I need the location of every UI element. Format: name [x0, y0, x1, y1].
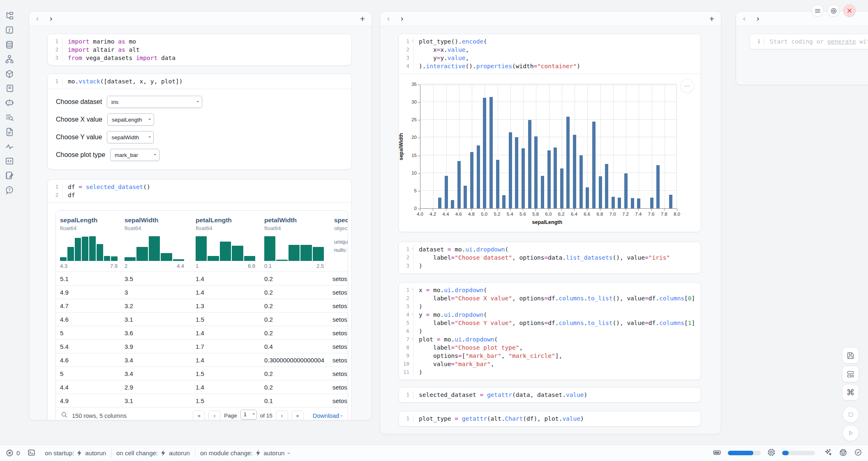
- last-page-button[interactable]: »: [291, 410, 304, 421]
- dropdown-select[interactable]: iris: [107, 96, 202, 108]
- search-button[interactable]: [61, 411, 68, 420]
- code-line: 1selected_dataset = getattr(data, datase…: [399, 391, 701, 399]
- gridline: [639, 85, 639, 208]
- table-row[interactable]: 4.63.41.40.3000000000000004setos: [56, 353, 348, 366]
- scratchpad-placeholder[interactable]: Start coding or generate with: [764, 37, 868, 46]
- table-row[interactable]: 4.63.11.50.2setos: [56, 312, 348, 326]
- line-number: 2: [48, 46, 62, 54]
- table-row[interactable]: 5.13.51.40.2setos: [56, 272, 348, 285]
- fold-chevron-icon[interactable]: ›: [411, 288, 414, 290]
- table-row[interactable]: 4.93.11.50.1setos: [56, 394, 348, 407]
- variables-icon[interactable]: [4, 141, 15, 152]
- table-row[interactable]: 53.61.40.2setos: [56, 326, 348, 339]
- dropdown-plot-type[interactable]: mark_bar›: [110, 149, 159, 161]
- table-row[interactable]: 4.42.91.40.2setos: [56, 380, 348, 394]
- table-row[interactable]: 4.931.40.2setos: [56, 285, 348, 299]
- dependency-graph-icon[interactable]: [4, 54, 15, 65]
- svg-text:?: ?: [8, 188, 10, 192]
- fold-chevron-icon[interactable]: ›: [411, 248, 414, 250]
- cell-vstack[interactable]: 1mo.vstack([dataset, x, y, plot])Choose …: [47, 74, 352, 170]
- panel-forward-button[interactable]: ›: [50, 15, 53, 23]
- errors-button[interactable]: 0: [6, 449, 20, 457]
- first-page-button[interactable]: «: [193, 410, 205, 421]
- cell-xy-plot-dropdowns[interactable]: 1›x = mo.ui.dropdown(2 label="Choose X v…: [398, 282, 701, 380]
- layout-button[interactable]: [842, 366, 859, 382]
- snippets-icon[interactable]: [4, 156, 15, 166]
- dropdown-y-value[interactable]: sepalWidth›: [107, 131, 154, 143]
- cell-plot[interactable]: 1›plot_type().encode(2 x=x.value,3 y=y.v…: [398, 34, 701, 232]
- panel-back-button[interactable]: ‹: [743, 15, 746, 23]
- run-mode-startup[interactable]: on startup:autorun: [45, 449, 106, 456]
- download-button[interactable]: Download›: [313, 413, 343, 419]
- table-cell: setos: [330, 343, 348, 350]
- functions-icon[interactable]: ƒ: [4, 25, 15, 35]
- code-editor[interactable]: 1mo.vstack([dataset, x, y, plot]): [48, 74, 351, 89]
- tracing-icon[interactable]: [4, 112, 15, 123]
- chart-actions-button[interactable]: •••: [680, 79, 694, 93]
- scratchpad-icon[interactable]: [4, 170, 15, 181]
- menu-button[interactable]: [811, 5, 824, 17]
- settings-button[interactable]: [827, 5, 840, 17]
- panel-forward-button[interactable]: ›: [757, 15, 760, 23]
- save-button[interactable]: [842, 347, 859, 364]
- fold-chevron-icon[interactable]: ›: [411, 313, 414, 315]
- packages-icon[interactable]: [4, 69, 15, 79]
- documentation-icon[interactable]: [4, 127, 15, 137]
- dropdown-select[interactable]: sepalLength: [107, 113, 154, 126]
- panel-back-button[interactable]: ‹: [387, 15, 390, 23]
- logs-icon[interactable]: [4, 83, 15, 94]
- table-row[interactable]: 5.43.91.70.4setos: [56, 339, 348, 353]
- datasources-icon[interactable]: [4, 39, 15, 50]
- ai-chat-icon[interactable]: [4, 97, 15, 108]
- code-editor[interactable]: 1df = selected_dataset()2df: [48, 180, 351, 203]
- terminal-button[interactable]: [28, 449, 35, 458]
- dropdown-x-value[interactable]: sepalLength›: [107, 113, 154, 126]
- code-editor[interactable]: 1selected_dataset = getattr(data, datase…: [399, 387, 701, 402]
- panel-forward-button[interactable]: ›: [401, 15, 404, 23]
- generate-link[interactable]: generate: [827, 38, 856, 45]
- code-line: 1df = selected_dataset(): [48, 183, 351, 191]
- add-cell-button[interactable]: +: [709, 14, 714, 23]
- run-mode-module-change[interactable]: on module change:autorun›: [200, 449, 290, 456]
- chart-bar: [509, 132, 512, 208]
- prev-page-button[interactable]: ‹: [208, 410, 221, 421]
- line-number: 1›: [399, 245, 413, 254]
- stop-button[interactable]: [843, 406, 859, 423]
- cell-dataframe[interactable]: 1df = selected_dataset()2dfsepalLengthfl…: [47, 179, 352, 420]
- next-page-button[interactable]: ›: [276, 410, 288, 421]
- ai-assist-button[interactable]: [824, 448, 832, 458]
- scratchpad-cell[interactable]: 1 Start coding or generate with: [749, 34, 868, 49]
- x-tick-label: 7.2: [619, 212, 633, 217]
- code-editor[interactable]: 1›plot_type().encode(2 x=x.value,3 y=y.v…: [399, 34, 701, 74]
- code-editor[interactable]: 1›x = mo.ui.dropdown(2 label="Choose X v…: [399, 283, 701, 380]
- help-icon[interactable]: ?: [4, 185, 15, 196]
- code-editor[interactable]: 1plot_type = getattr(alt.Chart(df), plot…: [399, 411, 701, 426]
- cell-imports[interactable]: 1import marimo as mo2import altair as al…: [47, 34, 352, 66]
- fold-chevron-icon[interactable]: ›: [411, 338, 414, 340]
- connection-status-button[interactable]: [854, 448, 862, 458]
- dropdown-select[interactable]: mark_bar: [110, 149, 159, 161]
- cell-selected-dataset[interactable]: 1selected_dataset = getattr(data, datase…: [398, 387, 701, 403]
- run-button[interactable]: [843, 425, 859, 441]
- cell-dataset-dropdown[interactable]: 1›dataset = mo.ui.dropdown(2 label="Choo…: [398, 242, 701, 274]
- chatbot-button[interactable]: [839, 448, 847, 458]
- page-select[interactable]: 1›: [240, 410, 257, 421]
- add-cell-button[interactable]: +: [360, 14, 365, 23]
- dropdown-select[interactable]: sepalWidth: [107, 131, 154, 143]
- file-explorer-icon[interactable]: [4, 10, 15, 21]
- code-editor[interactable]: 1›dataset = mo.ui.dropdown(2 label="Choo…: [399, 242, 701, 273]
- gridline: [665, 85, 665, 208]
- cell-plot-type[interactable]: 1plot_type = getattr(alt.Chart(df), plot…: [398, 411, 701, 426]
- run-mode-cell-change[interactable]: on cell change:autorun: [116, 449, 190, 456]
- table-row[interactable]: 4.73.21.30.2setos: [56, 299, 348, 312]
- altair-bar-chart[interactable]: 051015202530354.04.24.44.64.85.05.25.45.…: [399, 74, 701, 232]
- table-cell: 1.4: [192, 357, 260, 364]
- keyboard-shortcuts-button[interactable]: ⌘: [842, 384, 859, 401]
- code-editor[interactable]: 1import marimo as mo2import altair as al…: [48, 34, 351, 65]
- panel-back-button[interactable]: ‹: [36, 15, 39, 23]
- table-row[interactable]: 53.41.50.2setos: [56, 366, 348, 380]
- close-button[interactable]: [843, 5, 856, 17]
- memory-icon: [713, 448, 721, 458]
- fold-chevron-icon[interactable]: ›: [411, 40, 414, 42]
- dropdown-dataset[interactable]: iris›: [107, 96, 202, 108]
